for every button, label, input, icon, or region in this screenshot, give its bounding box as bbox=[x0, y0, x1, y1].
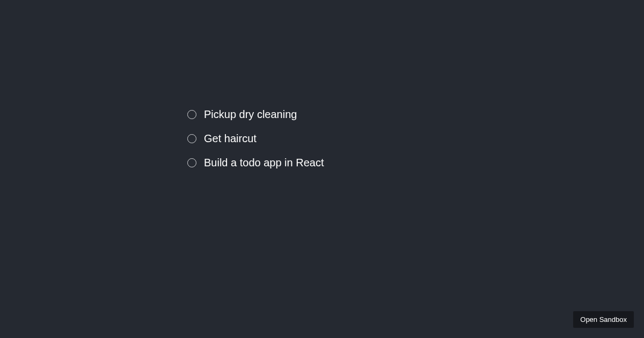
open-sandbox-button[interactable]: Open Sandbox bbox=[573, 311, 634, 328]
todo-item[interactable]: Get haircut bbox=[187, 132, 324, 145]
unchecked-circle-icon bbox=[187, 110, 196, 119]
todo-item[interactable]: Pickup dry cleaning bbox=[187, 108, 324, 121]
todo-list: Pickup dry cleaning Get haircut Build a … bbox=[187, 108, 324, 169]
todo-label: Get haircut bbox=[204, 132, 257, 145]
todo-label: Pickup dry cleaning bbox=[204, 108, 297, 121]
unchecked-circle-icon bbox=[187, 158, 196, 167]
todo-item[interactable]: Build a todo app in React bbox=[187, 156, 324, 169]
todo-label: Build a todo app in React bbox=[204, 156, 324, 169]
unchecked-circle-icon bbox=[187, 134, 196, 143]
